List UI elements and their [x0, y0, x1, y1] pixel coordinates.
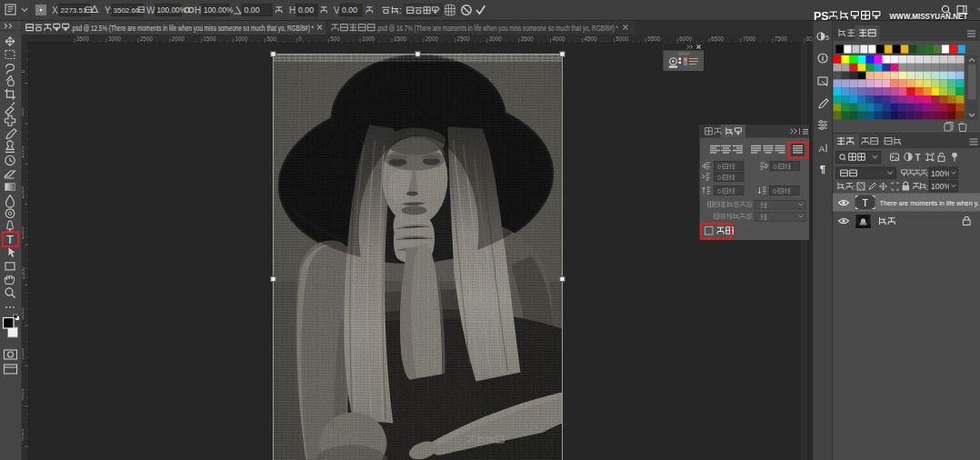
svg-text:PS: PS [814, 10, 829, 23]
svg-text:T: T [6, 233, 14, 246]
svg-text::: : [399, 5, 402, 15]
svg-text:0.00: 0.00 [342, 5, 357, 15]
svg-text:5000: 5000 [615, 35, 629, 42]
svg-text::: : [752, 214, 754, 222]
svg-text:500: 500 [266, 35, 276, 42]
svg-text:100%: 100% [931, 182, 951, 191]
svg-text:1000: 1000 [362, 35, 375, 42]
svg-text:0: 0 [774, 163, 777, 171]
svg-text:2273.51: 2273.51 [61, 6, 87, 15]
svg-text:0.00: 0.00 [245, 5, 260, 15]
svg-text::: : [752, 202, 754, 210]
svg-text:WWW.MISSYUAN.NET: WWW.MISSYUAN.NET [889, 11, 967, 21]
svg-text:500: 500 [330, 35, 340, 42]
svg-text:7500: 7500 [775, 35, 788, 42]
svg-text:6500: 6500 [711, 35, 725, 42]
svg-text:1500: 1500 [204, 35, 217, 42]
svg-text:0: 0 [773, 187, 776, 195]
svg-text:0: 0 [298, 35, 302, 42]
svg-text::: : [926, 169, 929, 178]
svg-text:3502.60: 3502.60 [114, 6, 140, 15]
svg-text:7000: 7000 [743, 35, 756, 42]
svg-text:6000: 6000 [679, 35, 693, 42]
svg-text:.psd @ 16.7% (There are moment: .psd @ 16.7% (There are moments in life … [376, 24, 618, 33]
svg-text:T: T [915, 153, 920, 163]
svg-text:4000: 4000 [553, 35, 566, 42]
svg-text:1500: 1500 [394, 35, 407, 42]
svg-text:0: 0 [717, 174, 721, 182]
svg-text:3000: 3000 [489, 35, 503, 42]
svg-text:A: A [819, 144, 825, 154]
svg-text:2000: 2000 [172, 35, 185, 42]
svg-text:2000: 2000 [425, 35, 439, 42]
svg-text:0: 0 [717, 163, 721, 171]
svg-text:.psd @ 12.5% (There are moment: .psd @ 12.5% (There are moments in life … [71, 24, 314, 33]
svg-text:There are moments in life when: There are moments in life when y... [880, 199, 980, 207]
svg-text:4500: 4500 [584, 35, 597, 42]
svg-text::: : [854, 183, 856, 192]
svg-text:3500: 3500 [76, 35, 90, 42]
svg-text:5500: 5500 [647, 35, 661, 42]
svg-text:T: T [862, 197, 868, 208]
svg-text:2500: 2500 [140, 35, 154, 42]
svg-text:3000: 3000 [108, 35, 122, 42]
svg-text:100.00%: 100.00% [204, 6, 233, 15]
svg-text:0.00: 0.00 [298, 5, 314, 15]
svg-text:0: 0 [717, 187, 721, 195]
svg-text:2500: 2500 [457, 35, 471, 42]
svg-text:¶: ¶ [820, 164, 825, 175]
svg-text:5: 5 [825, 35, 829, 41]
svg-text::: : [926, 183, 929, 192]
svg-text:100.00%: 100.00% [157, 6, 186, 15]
svg-text:100%: 100% [931, 169, 951, 178]
svg-text:1000: 1000 [235, 35, 249, 42]
svg-text:3500: 3500 [521, 35, 535, 42]
